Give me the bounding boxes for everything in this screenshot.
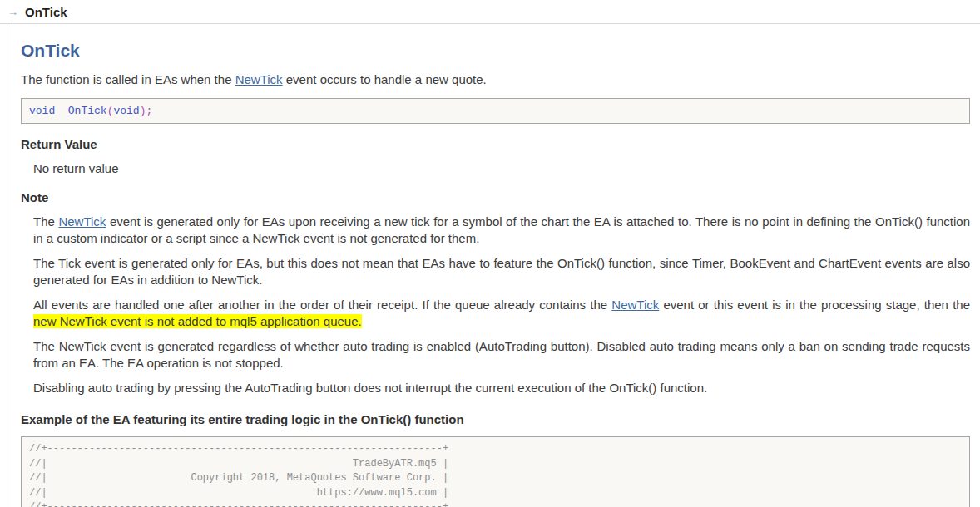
code-segment: //+-------------------------------------… — [29, 501, 448, 507]
text-segment: The Tick event is generated only for EAs… — [33, 256, 970, 287]
note-paragraph: The NewTick event is generated regardles… — [33, 338, 970, 372]
return-value-text: No return value — [33, 160, 970, 177]
code-line: //| TradeByATR.mq5 | — [29, 457, 962, 472]
note-paragraph: The Tick event is generated only for EAs… — [33, 255, 970, 288]
breadcrumb: → OnTick — [0, 0, 980, 24]
text-segment: event or this event is in the processing… — [659, 298, 970, 312]
code-segment: //| https://www.mql5.com | — [29, 487, 448, 499]
example-heading: Example of the EA featuring its entire t… — [21, 411, 970, 428]
code-line: //| https://www.mql5.com | — [29, 486, 962, 501]
syntax-code-block: void OnTick(void); — [21, 98, 970, 124]
text-segment: void — [113, 105, 139, 117]
note-heading: Note — [21, 190, 970, 206]
note-paragraph: Disabling auto trading by pressing the A… — [33, 380, 970, 396]
example-code-block: //+-------------------------------------… — [21, 436, 970, 507]
text-segment: OnTick — [68, 105, 107, 117]
code-segment: //+-------------------------------------… — [29, 443, 448, 455]
text-segment: The NewTick event is generated regardles… — [33, 339, 970, 370]
breadcrumb-arrow-icon: → — [7, 7, 18, 17]
doc-content: OnTick The function is called in EAs whe… — [7, 24, 980, 507]
breadcrumb-label: OnTick — [25, 5, 67, 19]
text-segment: All events are handled one after another… — [33, 298, 611, 312]
text-segment: The — [33, 214, 58, 229]
code-line: //+-------------------------------------… — [29, 442, 962, 457]
text-segment: void — [29, 105, 68, 117]
syntax-code-line: void OnTick(void); — [29, 104, 962, 118]
code-segment: //| Copyright 2018, MetaQuotes Software … — [29, 472, 448, 484]
note-paragraph: All events are handled one after another… — [33, 297, 970, 330]
text-segment: ; — [146, 105, 152, 117]
newtick-link[interactable]: NewTick — [611, 298, 659, 312]
newtick-link[interactable]: NewTick — [58, 214, 106, 229]
page-title: OnTick — [21, 41, 970, 61]
code-line: //| Copyright 2018, MetaQuotes Software … — [29, 471, 962, 486]
code-line: //+-------------------------------------… — [29, 500, 962, 507]
text-segment: event occurs to handle a new quote. — [283, 72, 487, 86]
intro-paragraph: The function is called in EAs when the N… — [21, 71, 970, 88]
text-segment: The function is called in EAs when the — [21, 72, 235, 86]
text-segment: event is generated only for EAs upon rec… — [33, 214, 970, 245]
code-segment: //| TradeByATR.mq5 | — [29, 458, 448, 470]
highlighted-text: new NewTick event is not added to mql5 a… — [33, 314, 362, 328]
note-paragraph: The NewTick event is generated only for … — [33, 214, 970, 247]
newtick-link[interactable]: NewTick — [235, 72, 283, 86]
text-segment: Disabling auto trading by pressing the A… — [33, 381, 707, 395]
return-value-heading: Return Value — [21, 136, 970, 153]
